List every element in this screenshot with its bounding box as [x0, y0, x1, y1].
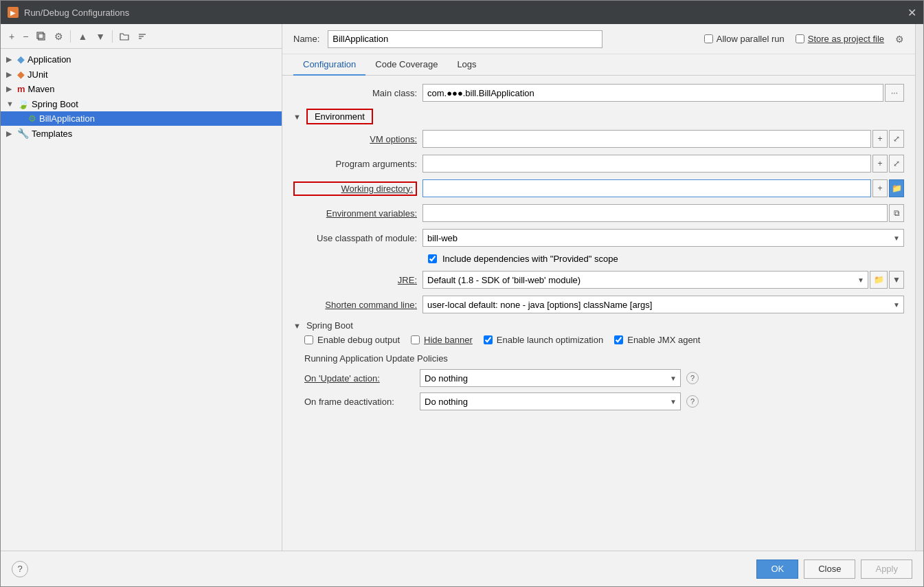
program-args-input-group: + ⤢ [422, 155, 904, 173]
on-frame-help-icon[interactable]: ? [686, 395, 699, 408]
hide-banner-row: Hide banner [411, 335, 473, 345]
program-args-fullscreen-button[interactable]: ⤢ [889, 155, 904, 173]
working-dir-input[interactable] [422, 179, 871, 197]
on-frame-select-wrapper: Do nothing Update classes and resources … [420, 392, 681, 410]
classpath-select[interactable]: bill-web [422, 229, 904, 247]
include-deps-row: Include dependencies with "Provided" sco… [428, 254, 904, 264]
name-input[interactable] [328, 30, 602, 48]
main-content: + − ⚙ ▲ ▼ ▶ [1, 24, 923, 551]
on-update-select[interactable]: Do nothing Update classes and resources … [420, 369, 681, 387]
tab-code-coverage[interactable]: Code Coverage [365, 54, 447, 76]
hide-banner-checkbox[interactable] [411, 335, 420, 344]
hide-banner-label: Hide banner [424, 335, 473, 345]
arrow-icon: ▶ [6, 55, 17, 64]
settings-button[interactable]: ⚙ [52, 30, 66, 43]
vm-options-fullscreen-button[interactable]: ⤢ [889, 130, 904, 148]
run-debug-dialog: ▶ Run/Debug Configurations ✕ + − ⚙ ▲ ▼ [0, 0, 924, 587]
tree-item-label: BillApplication [39, 113, 276, 124]
enable-launch-checkbox[interactable] [484, 335, 493, 344]
include-deps-checkbox[interactable] [428, 254, 437, 263]
maven-icon: m [17, 84, 25, 94]
working-dir-expand-button[interactable]: + [872, 179, 888, 197]
shorten-cmd-select-wrapper: user-local default: none - java [options… [422, 296, 904, 313]
store-gear-icon[interactable]: ⚙ [895, 34, 904, 45]
enable-jmx-checkbox[interactable] [614, 335, 623, 344]
environment-label-box[interactable]: Environment [306, 109, 373, 124]
on-update-help-icon[interactable]: ? [686, 372, 699, 384]
title-bar-left: ▶ Run/Debug Configurations [8, 7, 129, 18]
tree-item-bill-application[interactable]: ⚙ BillApplication [1, 111, 282, 126]
environment-label: Environment [315, 111, 365, 122]
scrollbar [915, 24, 923, 551]
program-args-expand-button[interactable]: + [872, 155, 888, 173]
store-as-project-checkbox[interactable] [796, 34, 804, 43]
help-button[interactable]: ? [12, 561, 28, 577]
bottom-right: OK Close Apply [756, 560, 912, 579]
tree-item-label: Spring Boot [32, 99, 276, 109]
store-as-project-label[interactable]: Store as project file [808, 34, 884, 44]
enable-launch-row: Enable launch optimization [484, 335, 603, 345]
environment-expand-icon[interactable]: ▼ [293, 113, 301, 121]
allow-parallel-item: Allow parallel run [704, 34, 785, 44]
tree-item-spring-boot[interactable]: ▼ 🍃 Spring Boot [1, 96, 282, 111]
tree-item-maven[interactable]: ▶ m Maven [1, 82, 282, 96]
sort-button[interactable] [135, 30, 150, 43]
tab-configuration[interactable]: Configuration [293, 54, 365, 76]
add-button[interactable]: + [6, 30, 17, 43]
folder-button[interactable] [117, 30, 132, 43]
tree-item-label: JUnit [27, 69, 276, 80]
copy-button[interactable] [34, 30, 49, 43]
enable-debug-row: Enable debug output [304, 335, 400, 345]
jre-label: JRE: [293, 275, 417, 285]
close-button[interactable]: Close [804, 560, 855, 579]
program-args-input[interactable] [422, 155, 871, 173]
junit-icon: ◆ [17, 69, 25, 80]
main-class-input[interactable] [422, 84, 883, 102]
vm-options-expand-button[interactable]: + [872, 130, 888, 148]
close-x-button[interactable]: ✕ [908, 6, 916, 19]
shorten-cmd-select[interactable]: user-local default: none - java [options… [422, 296, 904, 313]
jre-select[interactable]: Default (1.8 - SDK of 'bill-web' module) [422, 271, 868, 289]
move-down-button[interactable]: ▼ [93, 30, 108, 43]
right-panel: Name: Allow parallel run Store as projec… [282, 24, 915, 551]
allow-parallel-label: Allow parallel run [717, 34, 785, 44]
move-up-button[interactable]: ▲ [75, 30, 90, 43]
update-policies-title: Running Application Update Policies [304, 353, 904, 364]
on-frame-select[interactable]: Do nothing Update classes and resources … [420, 392, 681, 410]
name-bar: Name: Allow parallel run Store as projec… [282, 24, 915, 54]
working-dir-browse-button[interactable]: 📁 [889, 179, 904, 197]
svg-rect-0 [38, 34, 45, 40]
tree-item-junit[interactable]: ▶ ◆ JUnit [1, 67, 282, 82]
tree-item-application[interactable]: ▶ ◆ Application [1, 52, 282, 67]
name-label: Name: [293, 34, 319, 44]
left-panel: + − ⚙ ▲ ▼ ▶ [1, 24, 282, 551]
jre-dropdown-button[interactable]: ▼ [889, 271, 904, 289]
working-dir-label: Working directory: [293, 181, 417, 196]
application-icon: ◆ [17, 54, 25, 65]
main-class-browse-button[interactable]: ··· [885, 84, 904, 102]
vm-options-row: VM options: + ⤢ [293, 130, 904, 148]
jre-input-group: Default (1.8 - SDK of 'bill-web' module)… [422, 271, 904, 289]
tree-item-label: Maven [28, 84, 276, 94]
on-frame-row: On frame deactivation: Do nothing Update… [304, 392, 904, 410]
tab-logs[interactable]: Logs [447, 54, 486, 76]
ok-button[interactable]: OK [756, 560, 798, 579]
jre-browse-button[interactable]: 📁 [870, 271, 888, 289]
classpath-row: Use classpath of module: bill-web ▼ [293, 229, 904, 247]
environment-section-header: ▼ Environment [293, 109, 904, 124]
spring-boot-expand-icon[interactable]: ▼ [293, 322, 301, 330]
tree-item-templates[interactable]: ▶ 🔧 Templates [1, 126, 282, 141]
main-class-label: Main class: [293, 88, 417, 98]
remove-button[interactable]: − [20, 30, 31, 43]
spring-boot-section: ▼ Spring Boot Enable debug output Hide b… [293, 320, 904, 410]
working-dir-input-group: + 📁 [422, 179, 904, 197]
env-vars-input[interactable] [422, 204, 888, 222]
env-vars-copy-button[interactable]: ⧉ [889, 204, 904, 222]
arrow-icon: ▶ [6, 85, 17, 93]
enable-debug-checkbox[interactable] [304, 335, 313, 344]
apply-button[interactable]: Apply [861, 560, 912, 579]
classpath-select-wrapper: bill-web ▼ [422, 229, 904, 247]
svg-rect-1 [37, 32, 43, 38]
allow-parallel-checkbox[interactable] [704, 34, 713, 43]
vm-options-input[interactable] [422, 130, 871, 148]
